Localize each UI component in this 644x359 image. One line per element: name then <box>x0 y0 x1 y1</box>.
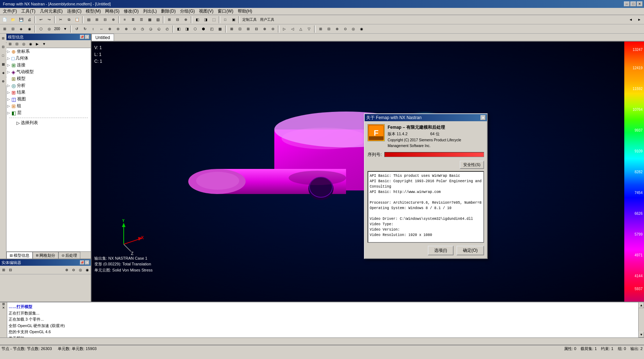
tb2-d6[interactable]: ⊖ <box>114 25 122 33</box>
menu-help[interactable]: 帮助(H) <box>236 8 255 15</box>
menu-tools[interactable]: 工具(T) <box>19 8 37 15</box>
tb-b2[interactable]: ⊞ <box>93 16 101 24</box>
menu-window[interactable]: 窗口(W) <box>216 8 235 15</box>
tb2-d8[interactable]: ⊙ <box>131 25 138 33</box>
tb-e1[interactable]: ◧ <box>193 16 201 24</box>
tb-c1[interactable]: ≡ <box>121 16 129 24</box>
tb-f2[interactable]: ▣ <box>229 16 237 24</box>
tree-item-aero[interactable]: ▷ ◈ 气动模型 <box>6 69 91 75</box>
tb-nav-left[interactable]: ◄ <box>627 16 635 24</box>
scroll-down-btn[interactable]: ▼ <box>639 332 644 337</box>
tree-item-geometry[interactable]: ▷ □ 几何体 <box>6 55 91 62</box>
tb-paste[interactable]: 📋 <box>73 16 81 24</box>
tree-item-coords[interactable]: ▷ ⊕ 坐标系 <box>6 48 91 55</box>
tb2-e3[interactable]: ⬡ <box>191 25 199 33</box>
tb2-h1[interactable]: ⊞ <box>317 25 325 33</box>
tb-e3[interactable]: ⬚ <box>210 16 218 24</box>
tb2-h5[interactable]: ◎ <box>350 25 357 33</box>
tb-copy[interactable]: ⧉ <box>65 16 73 24</box>
tb2-b2[interactable]: ⊟ <box>9 25 17 33</box>
about-dialog-close-btn[interactable]: ✕ <box>480 115 486 120</box>
scroll-up-btn[interactable]: ▲ <box>639 302 644 308</box>
tb-e2[interactable]: ◨ <box>202 16 209 24</box>
tree-tb-2[interactable]: ⊟ <box>14 41 20 47</box>
tb2-e5[interactable]: ◰ <box>208 25 216 33</box>
tb2-d10[interactable]: ◶ <box>147 25 155 33</box>
menu-file[interactable]: 文件(F) <box>1 8 19 15</box>
canvas-area[interactable]: V: 1 L: 1 C: 1 <box>91 42 644 302</box>
tb2-f6[interactable]: ⊖ <box>269 25 277 33</box>
tb2-d1[interactable]: ↺ <box>73 25 81 33</box>
tb-d1[interactable]: ⊞ <box>165 16 173 24</box>
se-tb-3[interactable]: ⊕ <box>63 267 70 273</box>
vert-btn-5[interactable]: ◈ <box>0 69 7 77</box>
tb2-c2[interactable]: ◎ <box>45 25 53 33</box>
tb-redo[interactable]: ↪ <box>45 16 53 24</box>
menu-delete[interactable]: 删除(D) <box>159 8 178 15</box>
tb-undo[interactable]: ↩ <box>37 16 45 24</box>
about-text-area[interactable]: API Basic: This product uses WinWrap Bas… <box>368 171 484 243</box>
output-panel[interactable]: ……打开模型 正在打开数据集... 正在加载 3 个零件... 全部 OpenG… <box>7 302 638 337</box>
tb2-f4[interactable]: ⊟ <box>252 25 260 33</box>
tb2-e4[interactable]: ⬢ <box>200 25 208 33</box>
tb2-e2[interactable]: ◨ <box>183 25 191 33</box>
tb2-d3[interactable]: ↕ <box>89 25 97 33</box>
tb2-d9[interactable]: ◷ <box>139 25 147 33</box>
tb2-b1[interactable]: ⊞ <box>1 25 9 33</box>
tb2-d12[interactable]: ◴ <box>164 25 171 33</box>
tb-c2[interactable]: ≣ <box>129 16 137 24</box>
tree-tb-3[interactable]: ◎ <box>20 41 27 47</box>
tb-save[interactable]: 💾 <box>17 16 25 24</box>
tb2-h6[interactable]: ◉ <box>358 25 366 33</box>
tb2-b4[interactable]: ◉ <box>25 25 33 33</box>
tb2-f1[interactable]: ⊠ <box>228 25 236 33</box>
tb2-g1[interactable]: ▷ <box>280 25 288 33</box>
tb-c4[interactable]: ▦ <box>146 16 153 24</box>
tree-tb-6[interactable]: ▼ <box>41 41 47 47</box>
ok-button[interactable]: 确定(O) <box>456 246 484 255</box>
tb2-d7[interactable]: ⊗ <box>122 25 130 33</box>
tb-print[interactable]: 🖨 <box>25 16 33 24</box>
tree-tb-1[interactable]: ⊞ <box>7 41 13 47</box>
tb2-h2[interactable]: ⊟ <box>325 25 333 33</box>
menu-group[interactable]: 分组(G) <box>178 8 197 15</box>
tree-item-views[interactable]: ▷ ◫ 视图 <box>6 96 91 103</box>
tb-c3[interactable]: ☰ <box>137 16 145 24</box>
tb-f1[interactable]: □ <box>221 16 229 24</box>
tb2-g3[interactable]: △ <box>297 25 305 33</box>
tb2-c3[interactable]: ▼ <box>61 25 69 33</box>
tb-b3[interactable]: ⊟ <box>101 16 109 24</box>
se-tb-4[interactable]: ⊖ <box>70 267 77 273</box>
se-tb-1[interactable]: ⊞ <box>0 267 7 273</box>
vert-btn-6[interactable]: ⊕ <box>0 77 7 85</box>
tb-b4[interactable]: ⊕ <box>109 16 117 24</box>
tb2-d4[interactable]: ↔ <box>98 25 105 33</box>
tab-model-info[interactable]: ▤ 模型信息 <box>6 252 33 259</box>
tb2-f5[interactable]: ⊕ <box>261 25 269 33</box>
menu-mesh[interactable]: 网格(S) <box>103 8 122 15</box>
tree-item-results[interactable]: ▷ ⊞ 结果 <box>6 89 91 96</box>
tb2-f3[interactable]: ⊞ <box>244 25 252 33</box>
tree-item-analysis[interactable]: ▷ ◎ 分析 <box>6 82 91 89</box>
tb2-e6[interactable]: ▦ <box>216 25 224 33</box>
tb-nav-right[interactable]: ► <box>635 16 643 24</box>
tree-item-connection[interactable]: ▷ ⊞ 连接 <box>6 62 91 69</box>
tb-open[interactable]: 📁 <box>9 16 17 24</box>
tree-tb-4[interactable]: ◉ <box>27 41 34 47</box>
tree-item-layers[interactable]: ▷ ◧ 层 <box>6 109 91 116</box>
panel-close-btn[interactable]: ✕ <box>85 35 89 39</box>
tb2-h4[interactable]: ⊙ <box>341 25 349 33</box>
tb2-h3[interactable]: ⊕ <box>333 25 341 33</box>
menu-geometry[interactable]: 几何元素(E) <box>38 8 65 15</box>
tb2-c1[interactable]: ⬡ <box>37 25 45 33</box>
bottom-icon-2[interactable]: ✕ <box>2 306 5 310</box>
maximize-button[interactable]: □ <box>630 1 636 6</box>
tb2-d5[interactable]: ⊕ <box>106 25 114 33</box>
tb2-f2[interactable]: ⊡ <box>236 25 244 33</box>
tb2-d2[interactable]: ↻ <box>81 25 89 33</box>
se-tb-2[interactable]: ⊟ <box>7 267 14 273</box>
close-button[interactable]: ✕ <box>637 1 643 6</box>
solid-editor-pin[interactable]: 📌 <box>80 260 84 265</box>
tb2-g2[interactable]: ◁ <box>289 25 297 33</box>
tree-item-groups[interactable]: ▷ ⊞ 组 <box>6 103 91 109</box>
